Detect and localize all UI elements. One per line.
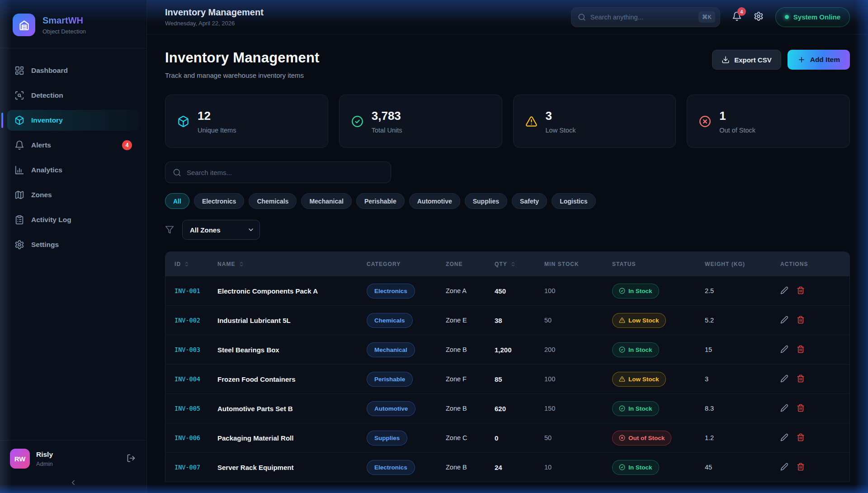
category-chip-safety[interactable]: Safety <box>512 193 547 209</box>
items-search-input[interactable] <box>187 169 383 176</box>
notification-badge: 4 <box>737 7 746 16</box>
edit-button[interactable] <box>780 286 788 296</box>
category-chip-supplies[interactable]: Supplies <box>465 193 507 209</box>
category-chip-automotive[interactable]: Automotive <box>409 193 460 209</box>
edit-button[interactable] <box>780 316 788 325</box>
gear-icon <box>754 11 764 21</box>
system-status-pill[interactable]: System Online <box>775 7 850 27</box>
trash-icon <box>797 316 805 324</box>
brand: SmartWH Object Detection <box>0 0 146 48</box>
sidebar-item-analytics[interactable]: Analytics <box>7 160 139 180</box>
export-csv-label: Export CSV <box>734 56 772 64</box>
notifications-button[interactable]: 4 <box>732 11 742 23</box>
page-content: Inventory Management Track and manage wa… <box>147 34 868 493</box>
column-header-qty[interactable]: QTY <box>495 261 544 267</box>
map-icon <box>14 190 24 200</box>
zone-select[interactable]: All Zones <box>182 220 260 240</box>
main-area: Inventory Management Wednesday, April 22… <box>147 0 868 493</box>
sidebar-item-zones[interactable]: Zones <box>7 185 139 205</box>
status-badge: In Stock <box>612 401 659 416</box>
stat-card-total-units: 3,783Total Units <box>339 95 502 148</box>
delete-button[interactable] <box>797 404 805 413</box>
logout-button[interactable] <box>127 454 136 464</box>
stat-value: 1 <box>719 109 755 123</box>
item-weight: 2.5 <box>705 287 780 294</box>
settings-button[interactable] <box>754 11 764 23</box>
item-qty: 1,200 <box>495 346 544 354</box>
category-chip-all[interactable]: All <box>165 193 189 209</box>
bell-icon <box>14 140 24 150</box>
column-header-weight-kg: WEIGHT (KG) <box>705 261 780 267</box>
item-min-stock: 200 <box>544 346 612 353</box>
sidebar-item-inventory[interactable]: Inventory <box>7 110 139 131</box>
column-header-id[interactable]: ID <box>175 261 217 267</box>
status-label: In Stock <box>628 346 652 353</box>
alerts-count-badge: 4 <box>122 140 132 150</box>
add-item-button[interactable]: Add Item <box>788 50 850 70</box>
delete-button[interactable] <box>797 286 805 296</box>
category-chip-perishable[interactable]: Perishable <box>356 193 405 209</box>
item-weight: 1.2 <box>705 434 780 441</box>
sidebar-collapse-button[interactable] <box>0 472 146 493</box>
delete-button[interactable] <box>797 433 805 443</box>
delete-button[interactable] <box>797 374 805 384</box>
category-chip-logistics[interactable]: Logistics <box>552 193 595 209</box>
page-subtitle: Track and manage warehouse inventory ite… <box>165 71 320 79</box>
x-circle-icon <box>619 435 625 441</box>
export-csv-button[interactable]: Export CSV <box>712 50 781 70</box>
column-label: MIN STOCK <box>544 261 579 267</box>
category-chip-mechanical[interactable]: Mechanical <box>301 193 351 209</box>
edit-button[interactable] <box>780 345 788 355</box>
item-qty: 620 <box>495 405 544 412</box>
item-zone: Zone B <box>446 405 495 412</box>
item-zone: Zone B <box>446 464 495 471</box>
global-search-input[interactable] <box>590 14 694 21</box>
item-min-stock: 50 <box>544 434 612 441</box>
item-qty: 38 <box>495 317 544 324</box>
column-header-zone: ZONE <box>446 261 495 267</box>
edit-button[interactable] <box>780 463 788 472</box>
column-header-name[interactable]: NAME <box>217 261 367 267</box>
sidebar-item-activity-log[interactable]: Activity Log <box>7 209 139 230</box>
trash-icon <box>797 433 805 441</box>
pencil-icon <box>780 345 788 353</box>
delete-button[interactable] <box>797 316 805 325</box>
edit-button[interactable] <box>780 374 788 384</box>
zone-select-wrap: All Zones <box>182 220 260 240</box>
column-label: ID <box>175 261 181 267</box>
user-name: Risly <box>36 450 53 459</box>
edit-button[interactable] <box>780 433 788 443</box>
logout-icon <box>127 454 136 463</box>
zone-filter-row: All Zones <box>165 220 850 240</box>
delete-button[interactable] <box>797 463 805 472</box>
chevron-left-icon <box>69 479 77 487</box>
stat-value: 12 <box>198 109 236 123</box>
column-header-actions: ACTIONS <box>780 261 840 267</box>
sidebar-item-detection[interactable]: Detection <box>7 85 139 106</box>
item-name: Server Rack Equipment <box>217 464 367 471</box>
search-icon <box>173 168 181 177</box>
check-circle-icon <box>619 346 625 353</box>
pencil-icon <box>780 286 788 294</box>
topbar-date: Wednesday, April 22, 2026 <box>165 20 264 27</box>
sidebar-item-alerts[interactable]: Alerts4 <box>7 135 139 156</box>
category-badge: Supplies <box>367 431 407 446</box>
item-id: INV-004 <box>175 375 217 383</box>
stats-row: 12Unique Items3,783Total Units3Low Stock… <box>165 95 850 148</box>
sidebar-item-settings[interactable]: Settings <box>7 234 139 255</box>
gear-icon <box>14 240 24 250</box>
grid-icon <box>14 66 24 76</box>
column-label: STATUS <box>612 261 636 267</box>
status-label: In Stock <box>628 405 652 412</box>
category-chip-chemicals[interactable]: Chemicals <box>249 193 297 209</box>
edit-button[interactable] <box>780 404 788 413</box>
category-chip-electronics[interactable]: Electronics <box>194 193 244 209</box>
warning-icon <box>619 317 625 323</box>
item-min-stock: 10 <box>544 464 612 471</box>
delete-button[interactable] <box>797 345 805 355</box>
item-weight: 8.3 <box>705 405 780 412</box>
sidebar-item-dashboard[interactable]: Dashboard <box>7 60 139 81</box>
item-qty: 0 <box>495 434 544 442</box>
column-header-category: CATEGORY <box>367 261 446 267</box>
category-filter-chips: AllElectronicsChemicalsMechanicalPerisha… <box>165 193 850 209</box>
